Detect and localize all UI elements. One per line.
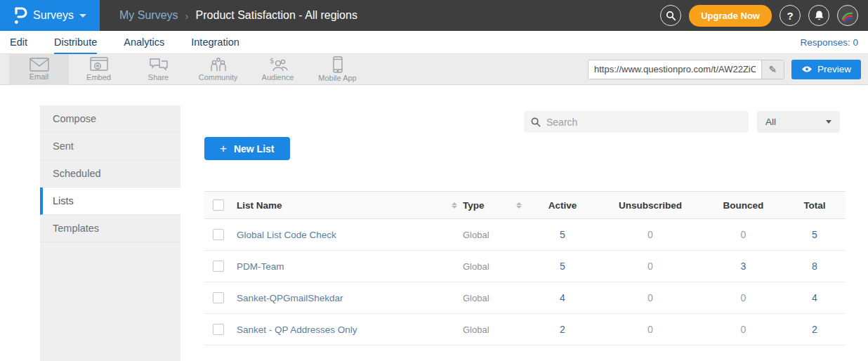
sidebar-item-sent[interactable]: Sent (40, 133, 180, 160)
brand-label: Surveys (33, 9, 74, 22)
edit-url-button[interactable]: ✎ (761, 60, 784, 79)
toolbar-item-embed[interactable]: Embed (69, 54, 129, 85)
svg-text:$: $ (270, 57, 274, 65)
search-box (524, 111, 749, 133)
column-header-type[interactable]: Type (463, 200, 485, 211)
unsubscribed-count[interactable]: 0 (598, 261, 703, 272)
toolbar-item-label: Community (199, 73, 238, 81)
lists-panel: All + New List List Name Type Active Uns (180, 85, 868, 361)
list-name-link[interactable]: PDM-Team (237, 261, 284, 272)
embed-icon (90, 57, 108, 72)
unsubscribed-count[interactable]: 0 (598, 292, 703, 303)
column-header-active: Active (527, 200, 598, 211)
responses-count[interactable]: Responses: 0 (800, 37, 858, 48)
community-icon (209, 57, 228, 72)
help-button[interactable]: ? (780, 5, 801, 26)
row-checkbox[interactable] (213, 292, 224, 303)
total-count[interactable]: 4 (784, 292, 846, 303)
row-checkbox[interactable] (213, 261, 224, 272)
plus-icon: + (220, 142, 227, 156)
active-count[interactable]: 5 (527, 229, 598, 240)
sidebar-item-compose[interactable]: Compose (40, 105, 180, 133)
total-count[interactable]: 5 (784, 229, 846, 240)
content-area: Compose Sent Scheduled Lists Templates A… (0, 85, 868, 361)
user-avatar[interactable] (837, 5, 858, 26)
list-type: Global (463, 230, 527, 240)
toolbar-item-audience[interactable]: $ Audience (248, 54, 308, 85)
toolbar-item-label: Email (29, 72, 49, 81)
toolbar-item-label: Embed (86, 73, 111, 81)
sidebar-item-lists[interactable]: Lists (40, 188, 180, 215)
chevron-down-icon (826, 120, 831, 124)
list-type: Global (463, 324, 527, 335)
question-mark-icon: ? (787, 10, 793, 22)
total-count[interactable]: 8 (784, 261, 846, 272)
column-header-list-name[interactable]: List Name (237, 200, 282, 211)
bounced-count[interactable]: 3 (703, 261, 784, 272)
survey-url-input[interactable] (588, 60, 761, 79)
tab-integration[interactable]: Integration (191, 31, 239, 54)
toolbar-item-email[interactable]: Email (9, 54, 69, 85)
row-checkbox[interactable] (213, 324, 224, 335)
bounced-count[interactable]: 0 (703, 292, 784, 303)
breadcrumb-my-surveys[interactable]: My Surveys (119, 9, 178, 22)
preview-button[interactable]: Preview (791, 60, 861, 79)
breadcrumb: My Surveys › Product Satisfaction - All … (119, 9, 357, 22)
sidebar-item-templates[interactable]: Templates (40, 215, 180, 242)
search-icon (531, 117, 541, 127)
active-count[interactable]: 4 (527, 292, 598, 303)
tab-analytics[interactable]: Analytics (124, 31, 164, 54)
search-input[interactable] (546, 117, 742, 128)
sort-type-icon[interactable] (516, 202, 522, 209)
table-header-row: List Name Type Active Unsubscribed Bounc… (204, 191, 846, 219)
tab-edit[interactable]: Edit (10, 31, 27, 54)
share-icon (149, 57, 169, 72)
list-name-link[interactable]: Sanket-QPGmailShekdar (237, 293, 343, 303)
audience-icon: $ (268, 57, 288, 72)
breadcrumb-separator-icon: › (185, 10, 189, 22)
toolbar-item-share[interactable]: Share (129, 54, 188, 85)
notifications-button[interactable] (808, 5, 829, 26)
table-row: Sanket - QP Addresses Only Global 2 0 0 … (204, 314, 846, 346)
unsubscribed-count[interactable]: 0 (598, 324, 703, 335)
mobile-app-icon (333, 56, 343, 73)
lists-table: List Name Type Active Unsubscribed Bounc… (204, 191, 846, 346)
eye-icon (801, 65, 813, 73)
list-name-link[interactable]: Sanket - QP Addresses Only (237, 324, 357, 335)
toolbar-item-mobile-app[interactable]: Mobile App (308, 54, 367, 85)
page-title: Product Satisfaction - All regions (196, 9, 357, 22)
new-list-button[interactable]: + New List (204, 137, 290, 160)
search-button[interactable] (660, 5, 681, 26)
topbar-actions: Upgrade Now ? (660, 5, 868, 27)
upgrade-now-button[interactable]: Upgrade Now (689, 5, 772, 27)
pencil-icon: ✎ (769, 64, 777, 75)
toolbar-item-community[interactable]: Community (188, 54, 248, 85)
list-type-filter-dropdown[interactable]: All (757, 111, 840, 133)
bounced-count[interactable]: 0 (703, 229, 784, 240)
sidebar-item-scheduled[interactable]: Scheduled (40, 160, 180, 188)
unsubscribed-count[interactable]: 0 (598, 229, 703, 240)
column-header-unsubscribed: Unsubscribed (598, 200, 703, 211)
list-type: Global (463, 261, 527, 272)
select-all-checkbox[interactable] (213, 199, 224, 211)
top-navbar: Surveys My Surveys › Product Satisfactio… (0, 0, 868, 31)
list-name-link[interactable]: Global List Code Check (237, 230, 336, 240)
active-count[interactable]: 2 (527, 324, 598, 335)
surveys-menu-button[interactable]: Surveys (0, 0, 100, 31)
toolbar-item-label: Audience (262, 73, 294, 81)
table-row: Sanket-QPGmailShekdar Global 4 0 0 4 (204, 282, 846, 314)
table-row: Global List Code Check Global 5 0 0 5 (204, 219, 846, 251)
list-type: Global (463, 293, 527, 303)
search-icon (666, 11, 676, 21)
row-checkbox[interactable] (213, 229, 224, 240)
toolbar-item-label: Mobile App (318, 74, 356, 82)
active-count[interactable]: 5 (527, 261, 598, 272)
bounced-count[interactable]: 0 (703, 324, 784, 335)
bell-icon (814, 10, 824, 21)
questionpro-logo-icon (13, 6, 27, 25)
total-count[interactable]: 2 (784, 324, 846, 335)
tab-distribute[interactable]: Distribute (54, 31, 97, 54)
sort-list-name-icon[interactable] (452, 202, 457, 209)
section-tabs: Edit Distribute Analytics Integration Re… (0, 31, 868, 54)
filters-row: All (180, 111, 840, 133)
